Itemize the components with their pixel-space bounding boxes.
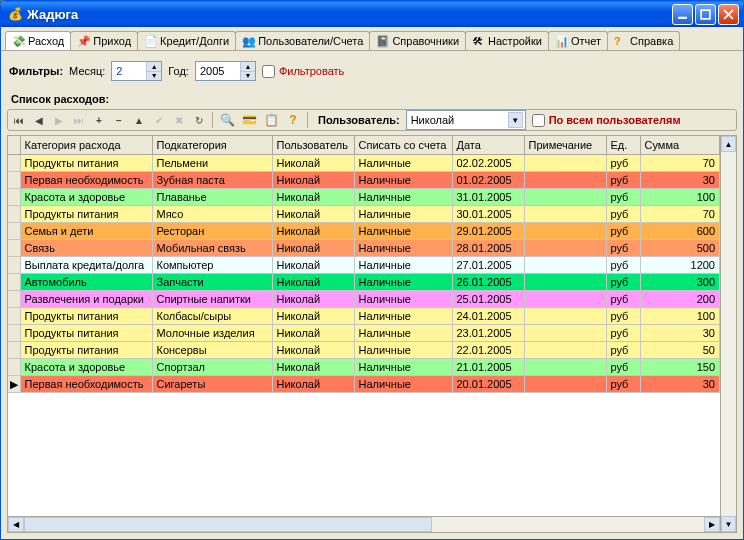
card-icon[interactable]: 💳 <box>241 112 257 128</box>
horizontal-scrollbar[interactable]: ◀ ▶ <box>8 516 720 532</box>
chevron-down-icon[interactable]: ▼ <box>508 112 523 128</box>
cell-unit[interactable]: руб <box>606 206 640 223</box>
cell-sum[interactable]: 100 <box>640 189 720 206</box>
year-spinner[interactable]: ▲▼ <box>195 61 256 81</box>
cell-date[interactable]: 25.01.2005 <box>452 291 524 308</box>
scroll-up-icon[interactable]: ▲ <box>721 136 736 152</box>
cell-unit[interactable]: руб <box>606 240 640 257</box>
cell-user[interactable]: Николай <box>272 189 354 206</box>
table-row[interactable]: СвязьМобильная связьНиколайНаличные28.01… <box>8 240 720 257</box>
spin-up-icon[interactable]: ▲ <box>241 62 255 72</box>
cell-unit[interactable]: руб <box>606 189 640 206</box>
spin-down-icon[interactable]: ▼ <box>147 72 161 81</box>
table-row[interactable]: АвтомобильЗапчастиНиколайНаличные26.01.2… <box>8 274 720 291</box>
add-icon[interactable]: + <box>92 113 106 127</box>
close-button[interactable] <box>718 4 739 25</box>
cell-date[interactable]: 26.01.2005 <box>452 274 524 291</box>
cell-category[interactable]: Выплата кредита/долга <box>20 257 152 274</box>
table-row[interactable]: Продукты питанияМясоНиколайНаличные30.01… <box>8 206 720 223</box>
cell-note[interactable] <box>524 342 606 359</box>
table-row[interactable]: Продукты питанияПельмениНиколайНаличные0… <box>8 155 720 172</box>
cell-category[interactable]: Автомобиль <box>20 274 152 291</box>
cell-date[interactable]: 27.01.2005 <box>452 257 524 274</box>
cell-subcategory[interactable]: Сигареты <box>152 376 272 393</box>
cell-unit[interactable]: руб <box>606 223 640 240</box>
tab-credit[interactable]: 📄 Кредит/Долги <box>137 31 236 50</box>
filter-checkbox[interactable] <box>262 65 275 78</box>
cell-unit[interactable]: руб <box>606 155 640 172</box>
cell-note[interactable] <box>524 155 606 172</box>
cell-sum[interactable]: 600 <box>640 223 720 240</box>
cell-category[interactable]: Продукты питания <box>20 308 152 325</box>
table-row[interactable]: Красота и здоровьеСпортзалНиколайНаличны… <box>8 359 720 376</box>
cell-subcategory[interactable]: Ресторан <box>152 223 272 240</box>
cell-note[interactable] <box>524 308 606 325</box>
cell-date[interactable]: 21.01.2005 <box>452 359 524 376</box>
cancel-icon[interactable]: ✖ <box>172 113 186 127</box>
cell-category[interactable]: Связь <box>20 240 152 257</box>
col-unit[interactable]: Ед. <box>606 136 640 155</box>
spin-up-icon[interactable]: ▲ <box>147 62 161 72</box>
cell-user[interactable]: Николай <box>272 257 354 274</box>
cell-category[interactable]: Первая необходимость <box>20 172 152 189</box>
tab-users[interactable]: 👥 Пользователи/Счета <box>235 31 370 50</box>
cell-account[interactable]: Наличные <box>354 172 452 189</box>
cell-account[interactable]: Наличные <box>354 206 452 223</box>
cell-category[interactable]: Семья и дети <box>20 223 152 240</box>
cell-subcategory[interactable]: Молочные изделия <box>152 325 272 342</box>
cell-user[interactable]: Николай <box>272 342 354 359</box>
cell-note[interactable] <box>524 325 606 342</box>
copy-icon[interactable]: 📋 <box>263 112 279 128</box>
year-input[interactable] <box>196 62 240 80</box>
tab-refs[interactable]: 📓 Справочники <box>369 31 466 50</box>
cell-category[interactable]: Продукты питания <box>20 325 152 342</box>
col-account[interactable]: Списать со счета <box>354 136 452 155</box>
cell-user[interactable]: Николай <box>272 206 354 223</box>
table-row[interactable]: Продукты питанияМолочные изделияНиколайН… <box>8 325 720 342</box>
cell-user[interactable]: Николай <box>272 155 354 172</box>
cell-unit[interactable]: руб <box>606 291 640 308</box>
cell-category[interactable]: Продукты питания <box>20 342 152 359</box>
cell-category[interactable]: Развлечения и подарки <box>20 291 152 308</box>
table-row[interactable]: Красота и здоровьеПлаваньеНиколайНаличны… <box>8 189 720 206</box>
cell-subcategory[interactable]: Мобильная связь <box>152 240 272 257</box>
table-row[interactable]: ▶Первая необходимостьСигаретыНиколайНали… <box>8 376 720 393</box>
cell-user[interactable]: Николай <box>272 376 354 393</box>
refresh-icon[interactable]: ↻ <box>192 113 206 127</box>
cell-user[interactable]: Николай <box>272 325 354 342</box>
cell-date[interactable]: 02.02.2005 <box>452 155 524 172</box>
cell-subcategory[interactable]: Зубная паста <box>152 172 272 189</box>
table-row[interactable]: Продукты питанияКонсервыНиколайНаличные2… <box>8 342 720 359</box>
cell-user[interactable]: Николай <box>272 308 354 325</box>
cell-note[interactable] <box>524 274 606 291</box>
cell-subcategory[interactable]: Консервы <box>152 342 272 359</box>
cell-sum[interactable]: 1200 <box>640 257 720 274</box>
cell-subcategory[interactable]: Пельмени <box>152 155 272 172</box>
all-users-checkbox[interactable] <box>532 114 545 127</box>
cell-category[interactable]: Продукты питания <box>20 206 152 223</box>
cell-note[interactable] <box>524 172 606 189</box>
cell-account[interactable]: Наличные <box>354 223 452 240</box>
minimize-button[interactable] <box>672 4 693 25</box>
col-subcategory[interactable]: Подкатегория <box>152 136 272 155</box>
cell-user[interactable]: Николай <box>272 240 354 257</box>
cell-unit[interactable]: руб <box>606 257 640 274</box>
cell-date[interactable]: 29.01.2005 <box>452 223 524 240</box>
cell-category[interactable]: Красота и здоровье <box>20 359 152 376</box>
tab-settings[interactable]: 🛠 Настройки <box>465 31 549 50</box>
table-row[interactable]: Выплата кредита/долгаКомпьютерНиколайНал… <box>8 257 720 274</box>
cell-sum[interactable]: 100 <box>640 308 720 325</box>
cell-account[interactable]: Наличные <box>354 325 452 342</box>
expenses-table[interactable]: Категория расхода Подкатегория Пользоват… <box>8 136 720 393</box>
cell-date[interactable]: 30.01.2005 <box>452 206 524 223</box>
cell-unit[interactable]: руб <box>606 359 640 376</box>
all-users-toggle[interactable]: По всем пользователям <box>532 114 681 127</box>
cell-note[interactable] <box>524 291 606 308</box>
cell-date[interactable]: 31.01.2005 <box>452 189 524 206</box>
cell-note[interactable] <box>524 189 606 206</box>
filter-toggle[interactable]: Фильтровать <box>262 65 344 78</box>
cell-sum[interactable]: 300 <box>640 274 720 291</box>
commit-icon[interactable]: ✔ <box>152 113 166 127</box>
cell-subcategory[interactable]: Колбасы/сыры <box>152 308 272 325</box>
cell-sum[interactable]: 70 <box>640 155 720 172</box>
